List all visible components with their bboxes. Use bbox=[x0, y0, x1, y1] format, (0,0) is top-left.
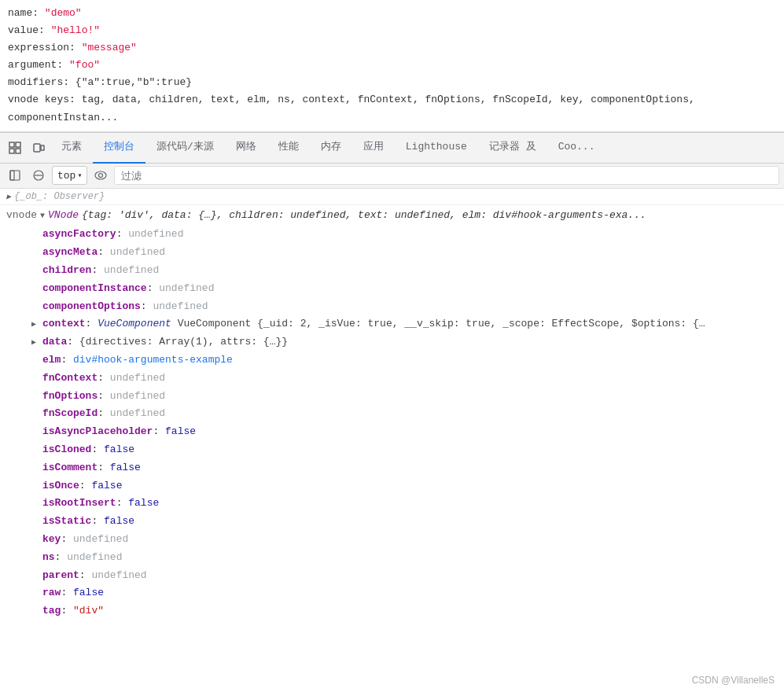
prop-row-isComment: isComment: false bbox=[0, 459, 784, 477]
svg-point-10 bbox=[95, 171, 106, 179]
prop-value: false bbox=[104, 442, 134, 458]
tab-lighthouse[interactable]: Lighthouse bbox=[395, 132, 478, 164]
expand-observer-icon[interactable] bbox=[6, 192, 11, 201]
prop-row-children: children: undefined bbox=[0, 262, 784, 280]
prop-name: parent bbox=[42, 568, 79, 584]
prop-value: {directives: Array(1), attrs: {…}} bbox=[79, 334, 288, 351]
info-expression: expression: "message" bbox=[8, 39, 776, 57]
prop-row-key: key: undefined bbox=[0, 531, 784, 549]
svg-rect-6 bbox=[10, 171, 14, 180]
svg-rect-2 bbox=[9, 149, 14, 153]
svg-rect-4 bbox=[34, 144, 40, 152]
svg-rect-3 bbox=[16, 149, 20, 153]
prop-value: undefined bbox=[110, 388, 165, 405]
devtools-toolbar: 元素 控制台 源代码/来源 网络 性能 内存 应用 Lighthouse 记录器… bbox=[0, 132, 784, 164]
prop-value: VueComponent bbox=[98, 316, 171, 333]
prop-row-ns: ns: undefined bbox=[0, 549, 784, 567]
info-vnode-keys: vnode keys: tag, data, children, text, e… bbox=[8, 91, 776, 126]
tab-memory[interactable]: 内存 bbox=[310, 132, 352, 164]
svg-rect-5 bbox=[41, 145, 44, 150]
prop-row-isOnce: isOnce: false bbox=[0, 477, 784, 495]
tab-recorder[interactable]: 记录器 及 bbox=[478, 132, 547, 164]
prop-row-context[interactable]: ▶context: VueComponent VueComponent {_ui… bbox=[0, 315, 784, 333]
tab-sources[interactable]: 源代码/来源 bbox=[145, 132, 225, 164]
prop-row-raw: raw: false bbox=[0, 584, 784, 602]
prop-name: asyncFactory bbox=[42, 226, 116, 243]
tab-elements[interactable]: 元素 bbox=[50, 132, 93, 164]
filter-input[interactable] bbox=[114, 166, 779, 185]
prop-value: false bbox=[128, 495, 159, 512]
vnode-header-row: vnode VNode {tag: 'div', data: {…}, chil… bbox=[0, 205, 784, 226]
tab-application[interactable]: 应用 bbox=[352, 132, 395, 164]
prop-row-isCloned: isCloned: false bbox=[0, 441, 784, 459]
prop-name: isRootInsert bbox=[42, 495, 116, 512]
inspect-element-icon[interactable] bbox=[3, 136, 27, 160]
device-toolbar-icon[interactable] bbox=[27, 136, 50, 160]
prop-name: context bbox=[42, 316, 86, 333]
prop-value: undefined bbox=[67, 550, 122, 566]
prop-row-componentOptions: componentOptions: undefined bbox=[0, 298, 784, 316]
watermark: CSDN @VillanelleS bbox=[692, 675, 775, 686]
context-selector[interactable]: top ▾ bbox=[52, 166, 87, 185]
prop-value: undefined bbox=[128, 226, 183, 243]
prop-row-isStatic: isStatic: false bbox=[0, 513, 784, 531]
prop-name: asyncMeta bbox=[42, 245, 98, 261]
info-argument: argument: "foo" bbox=[8, 57, 776, 74]
observer-text: {_ob_: Observer} bbox=[14, 191, 105, 202]
prop-name: raw bbox=[42, 585, 61, 602]
prop-value: false bbox=[104, 513, 134, 530]
expand-vnode-icon[interactable] bbox=[40, 210, 45, 223]
prop-value: undefined bbox=[159, 281, 214, 297]
prop-value[interactable]: div#hook-arguments-example bbox=[73, 352, 233, 369]
prop-name: isStatic bbox=[42, 513, 91, 530]
tab-performance[interactable]: 性能 bbox=[267, 132, 310, 164]
prop-name: isComment bbox=[42, 460, 98, 477]
prop-row-fnContext: fnContext: undefined bbox=[0, 370, 784, 388]
vnode-summary: {tag: 'div', data: {…}, children: undefi… bbox=[82, 208, 646, 224]
tab-cookies[interactable]: Coo... bbox=[547, 132, 606, 164]
prop-value: undefined bbox=[110, 406, 165, 422]
prop-value: false bbox=[110, 460, 141, 477]
prop-name: fnScopeId bbox=[42, 406, 98, 422]
eye-icon-btn[interactable] bbox=[90, 165, 111, 186]
vnode-class-name: VNode bbox=[48, 208, 79, 224]
info-panel: name: "demo" value: "hello!" expression:… bbox=[0, 0, 784, 132]
tab-console[interactable]: 控制台 bbox=[93, 132, 145, 164]
prop-row-componentInstance: componentInstance: undefined bbox=[0, 280, 784, 298]
prop-name: tag bbox=[42, 603, 61, 620]
prop-value: false bbox=[91, 478, 122, 495]
expand-icon[interactable]: ▶ bbox=[31, 337, 42, 349]
sidebar-toggle-btn[interactable] bbox=[5, 165, 25, 186]
console-toolbar: top ▾ bbox=[0, 164, 784, 189]
svg-rect-1 bbox=[16, 142, 20, 147]
vnode-label: vnode bbox=[6, 208, 37, 224]
prop-value: "div" bbox=[73, 603, 104, 620]
prop-row-data[interactable]: ▶data: {directives: Array(1), attrs: {…}… bbox=[0, 333, 784, 352]
prop-value: undefined bbox=[91, 568, 146, 584]
svg-rect-0 bbox=[9, 142, 14, 147]
prop-row-asyncFactory: asyncFactory: undefined bbox=[0, 226, 784, 244]
prop-name: data bbox=[42, 334, 67, 351]
prop-row-isAsyncPlaceholder: isAsyncPlaceholder: false bbox=[0, 423, 784, 441]
clear-console-btn[interactable] bbox=[28, 165, 49, 186]
observer-row[interactable]: {_ob_: Observer} bbox=[0, 189, 784, 205]
prop-row-tag: tag: "div" bbox=[0, 602, 784, 620]
prop-name: componentInstance bbox=[42, 281, 147, 297]
prop-row-fnOptions: fnOptions: undefined bbox=[0, 388, 784, 406]
svg-rect-7 bbox=[10, 171, 20, 180]
vnode-properties: asyncFactory: undefinedasyncMeta: undefi… bbox=[0, 226, 784, 620]
expand-icon[interactable]: ▶ bbox=[31, 318, 42, 331]
prop-value: undefined bbox=[73, 532, 128, 548]
tab-network[interactable]: 网络 bbox=[225, 132, 267, 164]
console-content: {_ob_: Observer} vnode VNode {tag: 'div'… bbox=[0, 189, 784, 692]
prop-value: undefined bbox=[153, 299, 208, 315]
prop-name: fnOptions bbox=[42, 388, 98, 405]
prop-value: false bbox=[73, 585, 104, 602]
prop-name: key bbox=[42, 532, 61, 548]
prop-row-asyncMeta: asyncMeta: undefined bbox=[0, 244, 784, 262]
prop-name: isAsyncPlaceholder bbox=[42, 424, 153, 440]
prop-name: ns bbox=[42, 550, 55, 566]
prop-name: elm bbox=[42, 352, 61, 369]
prop-value: undefined bbox=[110, 370, 165, 387]
info-modifiers: modifiers: {"a":true,"b":true} bbox=[8, 74, 776, 91]
